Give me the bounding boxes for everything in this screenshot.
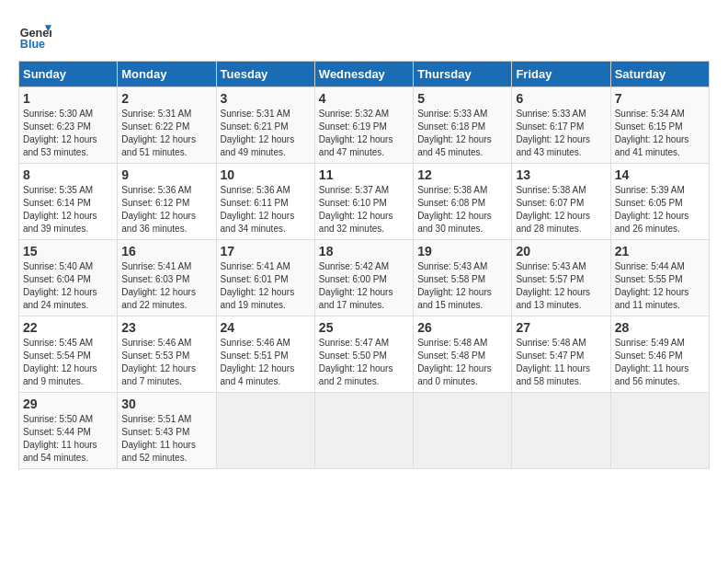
calendar-cell: 23Sunrise: 5:46 AM Sunset: 5:53 PM Dayli… xyxy=(118,316,216,393)
calendar-cell: 18Sunrise: 5:42 AM Sunset: 6:00 PM Dayli… xyxy=(314,240,413,316)
weekday-header-row: SundayMondayTuesdayWednesdayThursdayFrid… xyxy=(19,62,710,87)
day-info: Sunrise: 5:38 AM Sunset: 6:08 PM Dayligh… xyxy=(417,184,507,236)
day-info: Sunrise: 5:37 AM Sunset: 6:10 PM Dayligh… xyxy=(319,184,409,236)
calendar-cell xyxy=(610,393,709,469)
day-info: Sunrise: 5:33 AM Sunset: 6:18 PM Dayligh… xyxy=(417,108,507,159)
calendar-cell xyxy=(414,393,512,469)
day-info: Sunrise: 5:48 AM Sunset: 5:47 PM Dayligh… xyxy=(516,337,606,388)
day-info: Sunrise: 5:30 AM Sunset: 6:23 PM Dayligh… xyxy=(23,108,113,159)
calendar-row: 8Sunrise: 5:35 AM Sunset: 6:14 PM Daylig… xyxy=(19,164,710,240)
day-number: 5 xyxy=(417,91,507,106)
day-info: Sunrise: 5:45 AM Sunset: 5:54 PM Dayligh… xyxy=(23,337,113,388)
weekday-header-cell: Thursday xyxy=(414,62,512,87)
day-info: Sunrise: 5:31 AM Sunset: 6:21 PM Dayligh… xyxy=(221,108,311,159)
calendar-cell xyxy=(314,393,413,469)
calendar-cell: 9Sunrise: 5:36 AM Sunset: 6:12 PM Daylig… xyxy=(118,164,216,240)
calendar-cell: 20Sunrise: 5:43 AM Sunset: 5:57 PM Dayli… xyxy=(512,240,610,316)
day-info: Sunrise: 5:31 AM Sunset: 6:22 PM Dayligh… xyxy=(121,108,211,159)
day-info: Sunrise: 5:48 AM Sunset: 5:48 PM Dayligh… xyxy=(417,337,507,388)
calendar-row: 1Sunrise: 5:30 AM Sunset: 6:23 PM Daylig… xyxy=(19,87,710,164)
calendar-cell: 27Sunrise: 5:48 AM Sunset: 5:47 PM Dayli… xyxy=(512,316,610,393)
weekday-header-cell: Friday xyxy=(512,62,610,87)
calendar-body: 1Sunrise: 5:30 AM Sunset: 6:23 PM Daylig… xyxy=(19,87,710,469)
page-header: General Blue xyxy=(18,18,710,52)
day-number: 25 xyxy=(319,320,409,335)
day-info: Sunrise: 5:41 AM Sunset: 6:03 PM Dayligh… xyxy=(121,260,211,312)
day-info: Sunrise: 5:41 AM Sunset: 6:01 PM Dayligh… xyxy=(221,260,311,312)
calendar-cell: 13Sunrise: 5:38 AM Sunset: 6:07 PM Dayli… xyxy=(512,164,610,240)
day-info: Sunrise: 5:50 AM Sunset: 5:44 PM Dayligh… xyxy=(23,413,113,465)
day-info: Sunrise: 5:46 AM Sunset: 5:53 PM Dayligh… xyxy=(121,337,211,388)
day-info: Sunrise: 5:43 AM Sunset: 5:58 PM Dayligh… xyxy=(417,260,507,312)
logo-icon: General Blue xyxy=(18,18,51,52)
day-number: 3 xyxy=(221,91,311,106)
calendar-cell: 28Sunrise: 5:49 AM Sunset: 5:46 PM Dayli… xyxy=(610,316,709,393)
calendar-cell: 24Sunrise: 5:46 AM Sunset: 5:51 PM Dayli… xyxy=(216,316,314,393)
day-number: 24 xyxy=(221,320,311,335)
day-number: 6 xyxy=(516,91,606,106)
day-number: 9 xyxy=(121,167,211,182)
calendar-cell: 5Sunrise: 5:33 AM Sunset: 6:18 PM Daylig… xyxy=(414,87,512,164)
calendar-cell: 3Sunrise: 5:31 AM Sunset: 6:21 PM Daylig… xyxy=(216,87,314,164)
day-number: 2 xyxy=(121,91,211,106)
day-info: Sunrise: 5:51 AM Sunset: 5:43 PM Dayligh… xyxy=(121,413,211,465)
day-info: Sunrise: 5:42 AM Sunset: 6:00 PM Dayligh… xyxy=(319,260,409,312)
calendar-cell: 30Sunrise: 5:51 AM Sunset: 5:43 PM Dayli… xyxy=(118,393,216,469)
day-info: Sunrise: 5:33 AM Sunset: 6:17 PM Dayligh… xyxy=(516,108,606,159)
weekday-header-cell: Sunday xyxy=(19,62,118,87)
day-number: 12 xyxy=(417,167,507,182)
calendar-cell: 10Sunrise: 5:36 AM Sunset: 6:11 PM Dayli… xyxy=(216,164,314,240)
logo: General Blue xyxy=(18,18,51,52)
day-number: 28 xyxy=(615,320,705,335)
calendar-cell: 7Sunrise: 5:34 AM Sunset: 6:15 PM Daylig… xyxy=(610,87,709,164)
day-number: 4 xyxy=(319,91,409,106)
day-info: Sunrise: 5:39 AM Sunset: 6:05 PM Dayligh… xyxy=(615,184,705,236)
calendar-cell: 11Sunrise: 5:37 AM Sunset: 6:10 PM Dayli… xyxy=(314,164,413,240)
calendar-row: 22Sunrise: 5:45 AM Sunset: 5:54 PM Dayli… xyxy=(19,316,710,393)
day-info: Sunrise: 5:35 AM Sunset: 6:14 PM Dayligh… xyxy=(23,184,113,236)
weekday-header-cell: Wednesday xyxy=(314,62,413,87)
day-number: 29 xyxy=(23,396,113,411)
day-info: Sunrise: 5:49 AM Sunset: 5:46 PM Dayligh… xyxy=(615,337,705,388)
day-info: Sunrise: 5:47 AM Sunset: 5:50 PM Dayligh… xyxy=(319,337,409,388)
day-number: 13 xyxy=(516,167,606,182)
weekday-header-cell: Saturday xyxy=(610,62,709,87)
calendar-cell: 26Sunrise: 5:48 AM Sunset: 5:48 PM Dayli… xyxy=(414,316,512,393)
day-number: 8 xyxy=(23,167,113,182)
calendar-cell: 22Sunrise: 5:45 AM Sunset: 5:54 PM Dayli… xyxy=(19,316,118,393)
day-number: 16 xyxy=(121,244,211,259)
svg-text:Blue: Blue xyxy=(20,38,45,51)
calendar-cell: 12Sunrise: 5:38 AM Sunset: 6:08 PM Dayli… xyxy=(414,164,512,240)
calendar-cell: 25Sunrise: 5:47 AM Sunset: 5:50 PM Dayli… xyxy=(314,316,413,393)
day-info: Sunrise: 5:36 AM Sunset: 6:12 PM Dayligh… xyxy=(121,184,211,236)
calendar-cell: 29Sunrise: 5:50 AM Sunset: 5:44 PM Dayli… xyxy=(19,393,118,469)
calendar-table: SundayMondayTuesdayWednesdayThursdayFrid… xyxy=(18,61,710,469)
calendar-cell: 1Sunrise: 5:30 AM Sunset: 6:23 PM Daylig… xyxy=(19,87,118,164)
day-number: 21 xyxy=(615,244,705,259)
calendar-cell: 6Sunrise: 5:33 AM Sunset: 6:17 PM Daylig… xyxy=(512,87,610,164)
calendar-cell xyxy=(512,393,610,469)
day-number: 20 xyxy=(516,244,606,259)
day-number: 11 xyxy=(319,167,409,182)
calendar-cell: 2Sunrise: 5:31 AM Sunset: 6:22 PM Daylig… xyxy=(118,87,216,164)
calendar-cell: 21Sunrise: 5:44 AM Sunset: 5:55 PM Dayli… xyxy=(610,240,709,316)
day-number: 18 xyxy=(319,244,409,259)
day-number: 17 xyxy=(221,244,311,259)
day-info: Sunrise: 5:32 AM Sunset: 6:19 PM Dayligh… xyxy=(319,108,409,159)
day-number: 15 xyxy=(23,244,113,259)
weekday-header-cell: Tuesday xyxy=(216,62,314,87)
calendar-cell xyxy=(216,393,314,469)
day-number: 30 xyxy=(121,396,211,411)
day-info: Sunrise: 5:44 AM Sunset: 5:55 PM Dayligh… xyxy=(615,260,705,312)
day-info: Sunrise: 5:40 AM Sunset: 6:04 PM Dayligh… xyxy=(23,260,113,312)
day-info: Sunrise: 5:46 AM Sunset: 5:51 PM Dayligh… xyxy=(221,337,311,388)
calendar-row: 29Sunrise: 5:50 AM Sunset: 5:44 PM Dayli… xyxy=(19,393,710,469)
calendar-cell: 4Sunrise: 5:32 AM Sunset: 6:19 PM Daylig… xyxy=(314,87,413,164)
day-info: Sunrise: 5:36 AM Sunset: 6:11 PM Dayligh… xyxy=(221,184,311,236)
day-number: 23 xyxy=(121,320,211,335)
calendar-cell: 17Sunrise: 5:41 AM Sunset: 6:01 PM Dayli… xyxy=(216,240,314,316)
calendar-cell: 16Sunrise: 5:41 AM Sunset: 6:03 PM Dayli… xyxy=(118,240,216,316)
day-number: 14 xyxy=(615,167,705,182)
day-number: 7 xyxy=(615,91,705,106)
calendar-cell: 15Sunrise: 5:40 AM Sunset: 6:04 PM Dayli… xyxy=(19,240,118,316)
